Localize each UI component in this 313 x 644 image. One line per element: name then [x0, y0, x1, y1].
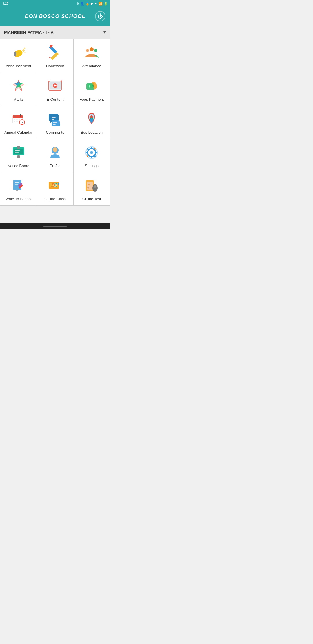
svg-rect-41 [52, 119, 54, 120]
svg-rect-31 [16, 119, 18, 120]
svg-point-79 [58, 183, 59, 185]
grid-item-econtent[interactable]: E-Content [37, 73, 73, 106]
onlinetest-icon: ✓ [83, 178, 100, 194]
svg-rect-32 [19, 119, 20, 120]
svg-rect-20 [60, 80, 62, 82]
marks-label: Marks [13, 97, 23, 102]
svg-rect-33 [14, 121, 15, 122]
profile-label: Profile [50, 164, 61, 168]
svg-rect-60 [91, 147, 92, 149]
svg-rect-50 [14, 149, 23, 154]
buslocation-icon [83, 111, 100, 127]
econtent-icon [47, 78, 63, 94]
svg-rect-85 [88, 184, 90, 185]
status-icons: ⚙ 👤 🏅 ▶ ▼ 📶 🔋 [76, 2, 108, 6]
svg-rect-40 [52, 117, 56, 118]
svg-rect-70 [15, 182, 19, 183]
menu-grid: Announcement Homework Attendance Marks [0, 39, 110, 206]
svg-point-3 [24, 52, 26, 53]
grid-item-announcement[interactable]: Announcement [0, 39, 37, 73]
marks-icon [10, 78, 27, 94]
chevron-down-icon: ▾ [103, 29, 106, 35]
svg-rect-30 [14, 119, 15, 120]
comments-label: Comments [46, 130, 64, 135]
grid-item-writetoschool[interactable]: Write To School [0, 172, 37, 205]
svg-point-56 [53, 147, 57, 152]
svg-point-92 [94, 185, 96, 188]
feespayment-icon: $ $ [83, 78, 100, 94]
bottom-bar [0, 223, 110, 229]
svg-point-48 [90, 115, 93, 118]
grid-item-buslocation[interactable]: Bus Location [74, 106, 110, 139]
profile-icon [47, 144, 63, 161]
svg-rect-63 [96, 152, 97, 153]
svg-rect-19 [48, 81, 50, 82]
feespayment-label: Fees Payment [79, 97, 104, 102]
svg-rect-42 [52, 120, 60, 126]
svg-rect-44 [53, 122, 57, 123]
svg-rect-53 [15, 150, 20, 151]
attendance-label: Attendance [82, 64, 101, 68]
svg-text:$: $ [89, 85, 90, 88]
svg-rect-54 [15, 152, 19, 153]
svg-point-10 [94, 49, 97, 52]
svg-rect-86 [88, 186, 90, 186]
buslocation-label: Bus Location [81, 130, 103, 135]
grid-item-annualcalendar[interactable]: Annual Calendar [0, 106, 37, 139]
svg-rect-84 [88, 183, 91, 183]
onlinetest-label: Online Test [82, 197, 101, 201]
grid-item-onlineclass[interactable]: Online Class [37, 172, 73, 205]
noticeboard-label: Notice Board [8, 164, 29, 168]
student-name: MAHREEN FATMA - I - A [4, 30, 54, 35]
homework-label: Homework [46, 64, 64, 68]
writetoschool-label: Write To School [5, 197, 32, 201]
svg-point-2 [24, 48, 25, 49]
writetoschool-icon [10, 178, 27, 194]
svg-rect-61 [91, 157, 92, 158]
grid-item-settings[interactable]: Settings [74, 139, 110, 172]
svg-point-59 [90, 151, 93, 154]
power-button[interactable]: ⏻ [95, 11, 105, 21]
svg-rect-71 [15, 184, 18, 185]
svg-marker-6 [49, 57, 51, 59]
grid-item-feespayment[interactable]: $ $ Fees Payment [74, 73, 110, 106]
svg-point-9 [86, 49, 89, 52]
homework-icon [47, 45, 63, 61]
app-header: DON BOSCO SCHOOL ⏻ [0, 7, 110, 26]
svg-text:$: $ [92, 85, 94, 88]
grid-item-onlinetest[interactable]: ✓ Online Test [74, 172, 110, 205]
econtent-label: E-Content [47, 97, 64, 102]
noticeboard-icon [10, 144, 27, 161]
svg-rect-27 [13, 117, 23, 118]
grid-item-noticeboard[interactable]: Notice Board [0, 139, 37, 172]
svg-rect-4 [50, 52, 59, 60]
grid-item-comments[interactable]: Comments [37, 106, 73, 139]
grid-item-homework[interactable]: Homework [37, 39, 73, 73]
svg-rect-62 [86, 152, 88, 153]
settings-label: Settings [85, 164, 99, 168]
comments-icon [47, 111, 63, 127]
grid-item-marks[interactable]: Marks [0, 73, 37, 106]
onlineclass-icon [47, 178, 63, 194]
school-name-title: DON BOSCO SCHOOL [15, 13, 95, 19]
svg-rect-51 [17, 146, 20, 149]
spacer [0, 206, 110, 223]
settings-icon [83, 144, 100, 161]
svg-rect-52 [17, 155, 20, 158]
attendance-icon [83, 45, 100, 61]
onlineclass-label: Online Class [44, 197, 66, 201]
annualcalendar-label: Annual Calendar [4, 130, 32, 135]
svg-point-1 [22, 49, 25, 52]
svg-rect-34 [16, 121, 18, 122]
announcement-icon [10, 45, 27, 61]
status-bar: 3:25 ⚙ 👤 🏅 ▶ ▼ 📶 🔋 [0, 0, 110, 7]
svg-point-8 [90, 47, 94, 51]
grid-item-attendance[interactable]: Attendance [74, 39, 110, 73]
svg-rect-45 [53, 124, 56, 125]
announcement-label: Announcement [6, 64, 31, 68]
status-time: 3:25 [2, 2, 8, 5]
grid-item-profile[interactable]: Profile [37, 139, 73, 172]
annualcalendar-icon [10, 111, 27, 127]
svg-text:✓: ✓ [88, 187, 89, 189]
student-selector[interactable]: MAHREEN FATMA - I - A ▾ [0, 26, 110, 39]
